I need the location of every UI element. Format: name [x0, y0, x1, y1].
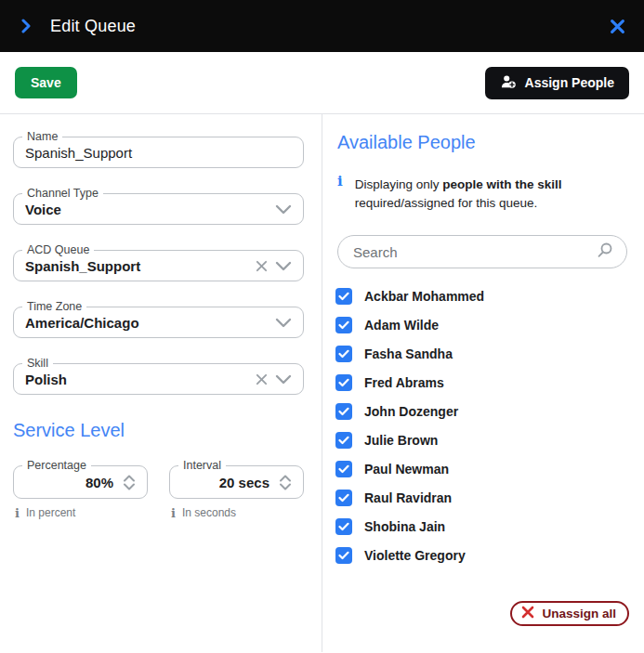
person-name: Adam Wilde: [364, 318, 439, 333]
percentage-value: 80%: [25, 475, 123, 490]
person-name: Julie Brown: [364, 433, 438, 448]
clear-icon[interactable]: [256, 260, 268, 272]
available-people-column: Available People i Displaying only peopl…: [322, 114, 644, 652]
save-button[interactable]: Save: [15, 67, 77, 98]
checkbox-checked-icon[interactable]: [335, 403, 352, 420]
edit-queue-panel: Edit Queue Save Assign People Name S: [0, 0, 644, 653]
skill-filter-note-text: Displaying only people with the skill re…: [355, 176, 588, 213]
person-name: Raul Ravidran: [364, 490, 452, 505]
queue-settings-column: Name Spanish_Support Channel Type Voice …: [0, 114, 322, 652]
chevron-down-icon[interactable]: [275, 373, 292, 385]
search-input[interactable]: [353, 244, 597, 260]
person-name: Paul Newman: [364, 462, 449, 477]
person-name: Ackbar Mohammed: [364, 289, 484, 304]
acd-queue-value: Spanish_Support: [25, 258, 250, 274]
time-zone-value: America/Chicago: [25, 315, 269, 331]
person-row[interactable]: Adam Wilde: [335, 310, 629, 339]
unassign-all-button[interactable]: Unassign all: [510, 601, 629, 626]
person-name: Fred Abrams: [364, 375, 444, 390]
collapse-chevron-icon[interactable]: [19, 19, 33, 33]
checkbox-checked-icon[interactable]: [335, 432, 352, 449]
channel-type-label: Channel Type: [22, 186, 103, 202]
percentage-label: Percentage: [22, 458, 91, 474]
person-row[interactable]: Violette Gregory: [335, 541, 629, 569]
people-list: Ackbar Mohammed Adam Wilde Fasha: [335, 281, 629, 569]
percentage-stepper[interactable]: Percentage 80%: [13, 465, 148, 499]
people-search[interactable]: [337, 235, 627, 268]
page-title: Edit Queue: [50, 17, 593, 36]
acd-queue-select[interactable]: ACD Queue Spanish_Support: [13, 250, 304, 281]
checkbox-checked-icon[interactable]: [335, 288, 352, 305]
interval-hint: i In seconds: [171, 506, 304, 519]
person-row[interactable]: Ackbar Mohammed: [335, 281, 629, 310]
service-level-heading: Service Level: [13, 420, 304, 441]
checkbox-checked-icon[interactable]: [335, 346, 352, 362]
clear-icon[interactable]: [256, 373, 268, 385]
skill-value: Polish: [25, 372, 250, 387]
checkbox-checked-icon[interactable]: [335, 547, 352, 564]
skill-label: Skill: [22, 356, 53, 372]
checkbox-checked-icon[interactable]: [335, 461, 352, 477]
checkbox-checked-icon[interactable]: [335, 374, 352, 391]
info-icon: i: [171, 507, 176, 519]
interval-value: 20 secs: [181, 475, 279, 490]
person-row[interactable]: Fasha Sandha: [335, 339, 629, 368]
checkbox-checked-icon[interactable]: [335, 317, 352, 333]
channel-type-select[interactable]: Channel Type Voice: [13, 193, 304, 225]
info-icon: i: [337, 176, 343, 213]
person-row[interactable]: Fred Abrams: [335, 368, 629, 397]
person-name: Shobina Jain: [364, 519, 445, 534]
person-name: John Dozenger: [364, 404, 458, 419]
person-row[interactable]: Julie Brown: [335, 425, 629, 454]
name-field-value: Spanish_Support: [25, 145, 292, 161]
info-icon: i: [15, 507, 20, 519]
stepper-arrows[interactable]: [123, 475, 136, 490]
close-icon[interactable]: [610, 19, 625, 34]
interval-label: Interval: [178, 458, 226, 474]
name-field[interactable]: Name Spanish_Support: [13, 137, 304, 168]
person-row[interactable]: Raul Ravidran: [335, 483, 629, 512]
skill-filter-note: i Displaying only people with the skill …: [337, 176, 588, 213]
person-row[interactable]: John Dozenger: [335, 397, 629, 425]
person-add-icon: [500, 74, 517, 92]
assign-people-label: Assign People: [525, 75, 614, 90]
person-name: Fasha Sandha: [364, 346, 453, 361]
stepper-arrows[interactable]: [279, 475, 292, 490]
assign-people-button[interactable]: Assign People: [485, 67, 629, 99]
toolbar: Save Assign People: [0, 52, 644, 114]
chevron-down-icon[interactable]: [275, 203, 292, 215]
header-bar: Edit Queue: [0, 0, 644, 52]
person-name: Violette Gregory: [364, 548, 466, 563]
checkbox-checked-icon[interactable]: [335, 490, 352, 506]
time-zone-select[interactable]: Time Zone America/Chicago: [13, 307, 304, 338]
interval-stepper[interactable]: Interval 20 secs: [169, 465, 304, 499]
unassign-all-label: Unassign all: [542, 607, 616, 620]
chevron-down-icon[interactable]: [275, 317, 292, 328]
percentage-hint: i In percent: [15, 506, 148, 519]
acd-queue-label: ACD Queue: [22, 242, 94, 258]
person-row[interactable]: Paul Newman: [335, 454, 629, 483]
available-people-heading: Available People: [337, 132, 629, 153]
checkbox-checked-icon[interactable]: [335, 518, 352, 535]
unassign-x-icon: [521, 606, 534, 621]
time-zone-label: Time Zone: [22, 299, 86, 315]
search-icon[interactable]: [597, 242, 613, 262]
channel-type-value: Voice: [25, 202, 269, 217]
skill-select[interactable]: Skill Polish: [13, 363, 304, 395]
name-field-label: Name: [22, 129, 62, 145]
person-row[interactable]: Shobina Jain: [335, 512, 629, 541]
chevron-down-icon[interactable]: [275, 260, 292, 271]
